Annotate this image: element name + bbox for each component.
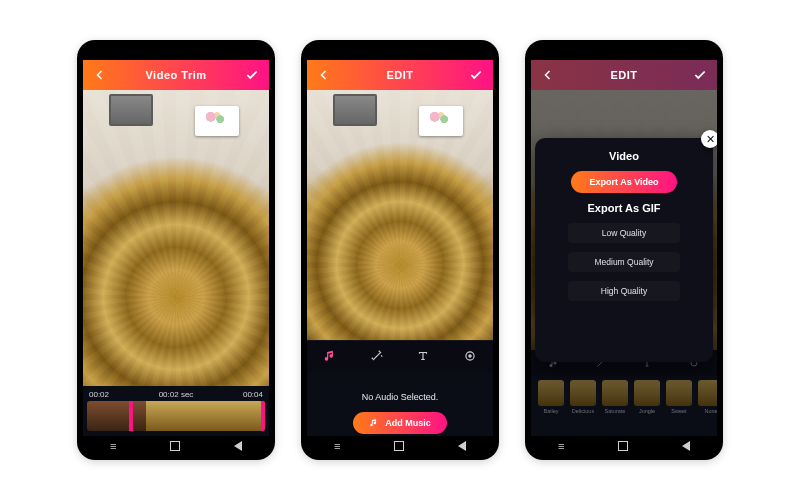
export-heading-gif: Export As GIF — [588, 202, 661, 214]
header-bar: Video Trim — [83, 60, 269, 90]
page-title: EDIT — [610, 69, 637, 81]
export-sheet: ✕ Video Export As Video Export As GIF Lo… — [535, 138, 713, 362]
no-audio-label: No Audio Selected. — [362, 392, 439, 402]
tab-music[interactable] — [319, 345, 341, 367]
trim-handle-left[interactable] — [129, 401, 133, 431]
add-music-button[interactable]: Add Music — [353, 412, 447, 434]
status-bar — [531, 46, 717, 60]
timeline-times: 00:02 00:02 sec 00:04 — [83, 386, 269, 401]
time-end: 00:04 — [243, 390, 263, 399]
tab-settings[interactable] — [459, 345, 481, 367]
time-duration: 00:02 sec — [159, 390, 194, 399]
phone-export: EDIT Bailey Delicious Saturate Jungle Sw… — [525, 40, 723, 460]
back-icon[interactable] — [317, 68, 331, 82]
nav-back-icon[interactable] — [682, 441, 690, 451]
video-preview[interactable] — [83, 90, 269, 386]
header-bar: EDIT — [531, 60, 717, 90]
filter-item[interactable]: Jungle — [633, 380, 661, 424]
status-bar — [307, 46, 493, 60]
header-bar: EDIT — [307, 60, 493, 90]
music-note-icon — [369, 418, 379, 428]
export-as-video-button[interactable]: Export As Video — [571, 171, 676, 193]
home-icon[interactable] — [618, 441, 628, 451]
time-start: 00:02 — [89, 390, 109, 399]
trim-handle-right[interactable] — [261, 401, 265, 431]
phone-video-trim: Video Trim 00:02 00:02 sec 00:04 — [77, 40, 275, 460]
filter-item[interactable]: None — [697, 380, 717, 424]
filter-strip: Bailey Delicious Saturate Jungle Sweet N… — [531, 376, 717, 428]
filter-item[interactable]: Sweet — [665, 380, 693, 424]
quality-low-button[interactable]: Low Quality — [568, 223, 680, 243]
android-navbar: ≡ — [531, 436, 717, 456]
export-heading-video: Video — [609, 150, 639, 162]
quality-medium-button[interactable]: Medium Quality — [568, 252, 680, 272]
filter-item[interactable]: Bailey — [537, 380, 565, 424]
status-bar — [83, 46, 269, 60]
edit-tabs — [307, 340, 493, 371]
nav-back-icon[interactable] — [234, 441, 242, 451]
quality-high-button[interactable]: High Quality — [568, 281, 680, 301]
android-navbar: ≡ — [307, 436, 493, 456]
page-title: Video Trim — [145, 69, 206, 81]
tab-magic[interactable] — [366, 345, 388, 367]
tab-text[interactable] — [412, 345, 434, 367]
video-preview[interactable] — [307, 90, 493, 340]
recent-apps-icon[interactable]: ≡ — [558, 440, 564, 452]
phone-edit-music: EDIT — [301, 40, 499, 460]
filter-item[interactable]: Saturate — [601, 380, 629, 424]
nav-back-icon[interactable] — [458, 441, 466, 451]
back-icon[interactable] — [541, 68, 555, 82]
page-title: EDIT — [386, 69, 413, 81]
back-icon[interactable] — [93, 68, 107, 82]
confirm-icon[interactable] — [469, 68, 483, 82]
confirm-icon[interactable] — [693, 68, 707, 82]
recent-apps-icon[interactable]: ≡ — [110, 440, 116, 452]
confirm-icon[interactable] — [245, 68, 259, 82]
svg-point-1 — [469, 355, 471, 357]
home-icon[interactable] — [170, 441, 180, 451]
filter-item[interactable]: Delicious — [569, 380, 597, 424]
recent-apps-icon[interactable]: ≡ — [334, 440, 340, 452]
close-icon[interactable]: ✕ — [701, 130, 717, 148]
home-icon[interactable] — [394, 441, 404, 451]
add-music-label: Add Music — [385, 418, 431, 428]
trim-strip[interactable] — [87, 401, 265, 431]
android-navbar: ≡ — [83, 436, 269, 456]
